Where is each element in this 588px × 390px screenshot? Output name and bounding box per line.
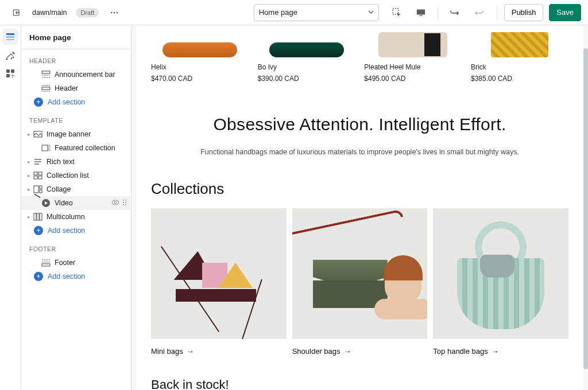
divider — [497, 6, 497, 20]
svg-rect-8 — [6, 36, 14, 38]
header-icon — [41, 83, 51, 93]
template-selector[interactable]: Home page — [254, 4, 379, 21]
product-price: $495.00 CAD — [364, 75, 462, 83]
selection-toggle-button[interactable] — [388, 4, 405, 21]
product-card[interactable]: Pleated Heel Mule $495.00 CAD — [364, 25, 462, 83]
svg-point-38 — [123, 202, 124, 203]
add-section-label: Add section — [48, 227, 85, 235]
video-icon — [41, 198, 51, 208]
rail-apps[interactable] — [2, 65, 18, 81]
svg-point-1 — [111, 11, 113, 13]
topbar: dawn/main Draft Home page Publish Save — [0, 0, 588, 25]
rich-text-icon — [33, 157, 43, 167]
sidebar-item-footer[interactable]: ▸ Footer — [21, 256, 131, 270]
sidebar-item-label: Collection list — [47, 171, 89, 180]
rail-theme-settings[interactable] — [2, 47, 18, 63]
collection-image — [433, 208, 568, 339]
drag-handle-icon[interactable] — [122, 198, 127, 208]
product-name: Brick — [471, 63, 568, 71]
sidebar-item-collection-list[interactable]: ▸ Collection list — [21, 169, 131, 182]
sidebar-item-image-banner[interactable]: ▸ Image banner — [21, 127, 131, 141]
caret-icon: ▸ — [25, 171, 33, 180]
scrollbar-thumb[interactable] — [583, 48, 588, 369]
collection-card[interactable]: Top handle bags→ — [433, 208, 568, 356]
svg-rect-12 — [6, 69, 10, 73]
svg-rect-14 — [6, 74, 10, 77]
sidebar-item-label: Rich text — [47, 158, 75, 166]
back-in-stock-title: Back in stock! — [151, 377, 572, 390]
product-card[interactable]: Brick $385.00 CAD — [471, 25, 568, 83]
save-button[interactable]: Save — [549, 4, 581, 21]
collection-list-icon — [33, 170, 43, 181]
sidebar-item-rich-text[interactable]: ▸ Rich text — [21, 155, 131, 169]
publish-button[interactable]: Publish — [504, 4, 544, 21]
product-name: Pleated Heel Mule — [364, 63, 462, 71]
preview-canvas[interactable]: Helix $470.00 CAD Bo Ivy $390.00 CAD Ple… — [136, 25, 583, 390]
product-card[interactable]: Bo Ivy $390.00 CAD — [258, 25, 355, 83]
add-section-label: Add section — [48, 272, 85, 280]
collections-row: Mini bags→ Shoulder bags→ Top handle bag… — [148, 208, 572, 356]
rich-text-section: Obsessive Attention. Intelligent Effort.… — [148, 83, 572, 176]
svg-point-39 — [125, 202, 126, 203]
svg-point-37 — [125, 200, 126, 201]
plus-icon: + — [34, 98, 43, 107]
svg-rect-15 — [42, 71, 50, 73]
svg-rect-43 — [37, 213, 39, 220]
product-card[interactable]: Helix $470.00 CAD — [151, 25, 249, 83]
image-banner-icon — [33, 129, 43, 139]
product-price: $390.00 CAD — [258, 75, 355, 83]
sidebar-item-video[interactable]: ▸ Video — [21, 196, 131, 210]
collection-image — [292, 208, 428, 339]
visibility-eye-icon[interactable] — [111, 198, 119, 208]
sidebar-item-multicolumn[interactable]: ▸ Multicolumn — [21, 210, 131, 224]
sidebar-item-featured-collection[interactable]: ▸ Featured collection — [21, 141, 131, 155]
sidebar-item-collage[interactable]: ▸ Collage — [21, 182, 131, 196]
svg-rect-9 — [6, 39, 14, 40]
svg-point-2 — [114, 11, 115, 13]
sidebar-item-label: Video — [55, 199, 73, 207]
sidebar-item-header[interactable]: ▸ Header — [21, 81, 131, 95]
svg-point-11 — [11, 58, 11, 58]
product-price: $385.00 CAD — [471, 75, 568, 83]
arrow-right-icon: → — [492, 347, 499, 356]
collection-label: Mini bags→ — [151, 347, 287, 356]
undo-button[interactable] — [445, 4, 465, 21]
collection-card[interactable]: Shoulder bags→ — [292, 208, 428, 356]
product-image — [151, 25, 249, 57]
caret-icon: ▸ — [25, 185, 33, 193]
collection-label: Shoulder bags→ — [292, 347, 428, 356]
collection-image — [151, 208, 287, 339]
svg-point-35 — [114, 201, 117, 204]
svg-rect-5 — [417, 9, 425, 14]
collection-card[interactable]: Mini bags→ — [151, 208, 287, 356]
template-selector-label: Home page — [259, 8, 297, 17]
plus-icon: + — [34, 272, 43, 281]
plus-icon: + — [34, 226, 43, 235]
sidebar-item-announcement-bar[interactable]: ▸ Announcement bar — [21, 68, 131, 81]
redo-button[interactable] — [470, 4, 490, 21]
status-badge: Draft — [76, 8, 99, 17]
arrow-right-icon: → — [187, 347, 194, 356]
add-section-template[interactable]: + Add section — [21, 224, 131, 237]
svg-point-41 — [125, 204, 126, 205]
svg-point-40 — [123, 204, 124, 205]
svg-rect-44 — [40, 213, 42, 220]
collection-label: Top handle bags→ — [433, 347, 568, 356]
svg-rect-32 — [40, 186, 42, 189]
rail-sections[interactable] — [2, 29, 18, 45]
caret-icon: ▸ — [25, 213, 33, 221]
multicolumn-icon — [33, 212, 43, 222]
add-section-header[interactable]: + Add section — [21, 95, 131, 109]
add-section-footer[interactable]: + Add section — [21, 270, 131, 283]
group-template-title: Template — [21, 109, 131, 127]
more-actions-button[interactable] — [105, 4, 124, 21]
svg-rect-27 — [34, 172, 37, 175]
divider — [438, 6, 438, 20]
caret-icon: ▸ — [25, 130, 33, 138]
svg-rect-47 — [42, 264, 50, 266]
product-name: Helix — [151, 63, 249, 71]
desktop-view-button[interactable] — [411, 4, 431, 21]
exit-button[interactable] — [7, 4, 26, 21]
svg-rect-19 — [42, 87, 50, 89]
sidebar-item-label: Footer — [55, 259, 75, 267]
